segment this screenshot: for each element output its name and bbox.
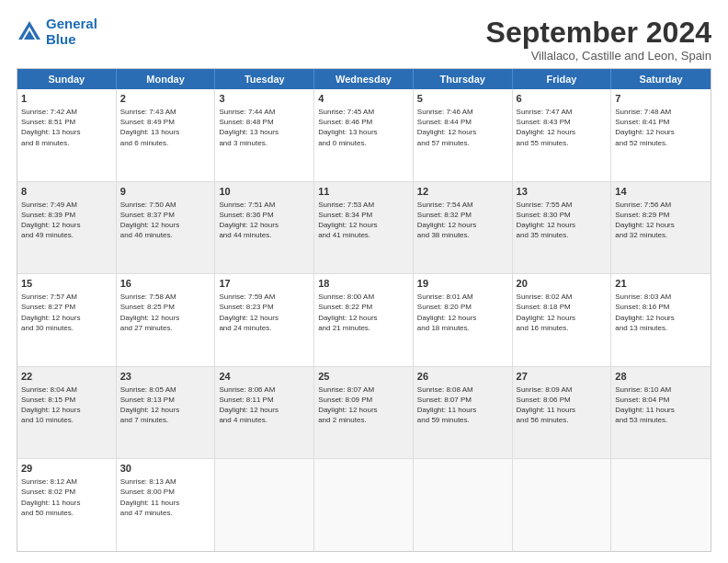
day-number: 15	[21, 277, 112, 291]
cell-info: Sunrise: 7:50 AMSunset: 8:37 PMDaylight:…	[120, 200, 211, 241]
calendar-cell-7: 7Sunrise: 7:48 AMSunset: 8:41 PMDaylight…	[611, 89, 711, 181]
cell-info: Sunrise: 7:59 AMSunset: 8:23 PMDaylight:…	[219, 292, 310, 333]
calendar-cell-27: 27Sunrise: 8:09 AMSunset: 8:06 PMDayligh…	[513, 367, 612, 459]
day-number: 28	[615, 370, 707, 384]
calendar-row-0: 1Sunrise: 7:42 AMSunset: 8:51 PMDaylight…	[17, 89, 711, 182]
day-number: 16	[120, 277, 211, 291]
subtitle: Villalaco, Castille and Leon, Spain	[486, 49, 711, 63]
calendar-cell-23: 23Sunrise: 8:05 AMSunset: 8:13 PMDayligh…	[117, 367, 216, 459]
calendar-cell-28: 28Sunrise: 8:10 AMSunset: 8:04 PMDayligh…	[611, 367, 711, 459]
cell-info: Sunrise: 7:43 AMSunset: 8:49 PMDaylight:…	[120, 107, 211, 148]
calendar-cell-empty	[215, 459, 314, 551]
cell-info: Sunrise: 7:46 AMSunset: 8:44 PMDaylight:…	[417, 107, 508, 148]
calendar-cell-empty	[611, 459, 711, 551]
page: General Blue September 2024 Villalaco, C…	[0, 0, 728, 563]
cell-info: Sunrise: 8:12 AMSunset: 8:02 PMDaylight:…	[21, 477, 112, 518]
logo-icon	[17, 19, 42, 45]
day-number: 5	[417, 92, 508, 106]
calendar-cell-16: 16Sunrise: 7:58 AMSunset: 8:25 PMDayligh…	[117, 274, 216, 366]
cell-info: Sunrise: 7:44 AMSunset: 8:48 PMDaylight:…	[219, 107, 310, 148]
calendar-cell-19: 19Sunrise: 8:01 AMSunset: 8:20 PMDayligh…	[414, 274, 513, 366]
day-number: 22	[21, 370, 112, 384]
calendar: SundayMondayTuesdayWednesdayThursdayFrid…	[17, 68, 711, 552]
cell-info: Sunrise: 8:05 AMSunset: 8:13 PMDaylight:…	[120, 385, 211, 426]
cell-info: Sunrise: 8:08 AMSunset: 8:07 PMDaylight:…	[417, 385, 508, 426]
header-day-tuesday: Tuesday	[215, 69, 314, 89]
cell-info: Sunrise: 8:00 AMSunset: 8:22 PMDaylight:…	[318, 292, 409, 333]
cell-info: Sunrise: 8:10 AMSunset: 8:04 PMDaylight:…	[615, 385, 707, 426]
day-number: 25	[318, 370, 409, 384]
calendar-cell-empty	[513, 459, 612, 551]
calendar-cell-2: 2Sunrise: 7:43 AMSunset: 8:49 PMDaylight…	[117, 89, 216, 181]
day-number: 18	[318, 277, 409, 291]
calendar-cell-25: 25Sunrise: 8:07 AMSunset: 8:09 PMDayligh…	[314, 367, 414, 459]
calendar-cell-5: 5Sunrise: 7:46 AMSunset: 8:44 PMDaylight…	[414, 89, 513, 181]
day-number: 20	[517, 277, 608, 291]
cell-info: Sunrise: 7:53 AMSunset: 8:34 PMDaylight:…	[318, 200, 409, 241]
cell-info: Sunrise: 7:42 AMSunset: 8:51 PMDaylight:…	[21, 107, 112, 148]
calendar-cell-8: 8Sunrise: 7:49 AMSunset: 8:39 PMDaylight…	[17, 182, 117, 274]
calendar-row-2: 15Sunrise: 7:57 AMSunset: 8:27 PMDayligh…	[17, 274, 711, 367]
calendar-cell-13: 13Sunrise: 7:55 AMSunset: 8:30 PMDayligh…	[513, 182, 612, 274]
day-number: 23	[120, 370, 211, 384]
cell-info: Sunrise: 8:13 AMSunset: 8:00 PMDaylight:…	[120, 477, 211, 518]
day-number: 19	[417, 277, 508, 291]
calendar-cell-20: 20Sunrise: 8:02 AMSunset: 8:18 PMDayligh…	[513, 274, 612, 366]
cell-info: Sunrise: 8:09 AMSunset: 8:06 PMDaylight:…	[517, 385, 608, 426]
day-number: 9	[120, 185, 211, 199]
day-number: 11	[318, 185, 409, 199]
day-number: 14	[615, 185, 707, 199]
day-number: 10	[219, 185, 310, 199]
header-day-thursday: Thursday	[414, 69, 513, 89]
calendar-cell-14: 14Sunrise: 7:56 AMSunset: 8:29 PMDayligh…	[611, 182, 711, 274]
cell-info: Sunrise: 7:58 AMSunset: 8:25 PMDaylight:…	[120, 292, 211, 333]
day-number: 17	[219, 277, 310, 291]
day-number: 24	[219, 370, 310, 384]
cell-info: Sunrise: 7:51 AMSunset: 8:36 PMDaylight:…	[219, 200, 310, 241]
logo-text: General Blue	[46, 17, 97, 47]
calendar-body: 1Sunrise: 7:42 AMSunset: 8:51 PMDaylight…	[17, 89, 711, 551]
cell-info: Sunrise: 8:03 AMSunset: 8:16 PMDaylight:…	[615, 292, 707, 333]
calendar-cell-24: 24Sunrise: 8:06 AMSunset: 8:11 PMDayligh…	[215, 367, 314, 459]
cell-info: Sunrise: 7:48 AMSunset: 8:41 PMDaylight:…	[615, 107, 707, 148]
day-number: 27	[517, 370, 608, 384]
cell-info: Sunrise: 8:02 AMSunset: 8:18 PMDaylight:…	[517, 292, 608, 333]
cell-info: Sunrise: 8:07 AMSunset: 8:09 PMDaylight:…	[318, 385, 409, 426]
calendar-cell-4: 4Sunrise: 7:45 AMSunset: 8:46 PMDaylight…	[314, 89, 414, 181]
month-title: September 2024	[486, 17, 711, 49]
cell-info: Sunrise: 7:54 AMSunset: 8:32 PMDaylight:…	[417, 200, 508, 241]
day-number: 7	[615, 92, 707, 106]
day-number: 6	[517, 92, 608, 106]
calendar-cell-21: 21Sunrise: 8:03 AMSunset: 8:16 PMDayligh…	[611, 274, 711, 366]
day-number: 8	[21, 185, 112, 199]
day-number: 2	[120, 92, 211, 106]
header-day-wednesday: Wednesday	[314, 69, 414, 89]
cell-info: Sunrise: 7:47 AMSunset: 8:43 PMDaylight:…	[517, 107, 608, 148]
calendar-cell-6: 6Sunrise: 7:47 AMSunset: 8:43 PMDaylight…	[513, 89, 612, 181]
day-number: 30	[120, 462, 211, 476]
cell-info: Sunrise: 8:01 AMSunset: 8:20 PMDaylight:…	[417, 292, 508, 333]
calendar-cell-empty	[414, 459, 513, 551]
calendar-cell-9: 9Sunrise: 7:50 AMSunset: 8:37 PMDaylight…	[117, 182, 216, 274]
cell-info: Sunrise: 7:55 AMSunset: 8:30 PMDaylight:…	[517, 200, 608, 241]
cell-info: Sunrise: 8:04 AMSunset: 8:15 PMDaylight:…	[21, 385, 112, 426]
cell-info: Sunrise: 7:56 AMSunset: 8:29 PMDaylight:…	[615, 200, 707, 241]
cell-info: Sunrise: 7:57 AMSunset: 8:27 PMDaylight:…	[21, 292, 112, 333]
day-number: 12	[417, 185, 508, 199]
calendar-header: SundayMondayTuesdayWednesdayThursdayFrid…	[17, 69, 711, 89]
day-number: 29	[21, 462, 112, 476]
day-number: 13	[517, 185, 608, 199]
calendar-cell-empty	[314, 459, 414, 551]
calendar-cell-29: 29Sunrise: 8:12 AMSunset: 8:02 PMDayligh…	[17, 459, 117, 551]
calendar-cell-18: 18Sunrise: 8:00 AMSunset: 8:22 PMDayligh…	[314, 274, 414, 366]
cell-info: Sunrise: 7:49 AMSunset: 8:39 PMDaylight:…	[21, 200, 112, 241]
day-number: 26	[417, 370, 508, 384]
calendar-cell-30: 30Sunrise: 8:13 AMSunset: 8:00 PMDayligh…	[117, 459, 216, 551]
calendar-cell-26: 26Sunrise: 8:08 AMSunset: 8:07 PMDayligh…	[414, 367, 513, 459]
cell-info: Sunrise: 7:45 AMSunset: 8:46 PMDaylight:…	[318, 107, 409, 148]
calendar-row-1: 8Sunrise: 7:49 AMSunset: 8:39 PMDaylight…	[17, 182, 711, 275]
cell-info: Sunrise: 8:06 AMSunset: 8:11 PMDaylight:…	[219, 385, 310, 426]
header-day-friday: Friday	[513, 69, 612, 89]
calendar-cell-17: 17Sunrise: 7:59 AMSunset: 8:23 PMDayligh…	[215, 274, 314, 366]
calendar-cell-15: 15Sunrise: 7:57 AMSunset: 8:27 PMDayligh…	[17, 274, 117, 366]
